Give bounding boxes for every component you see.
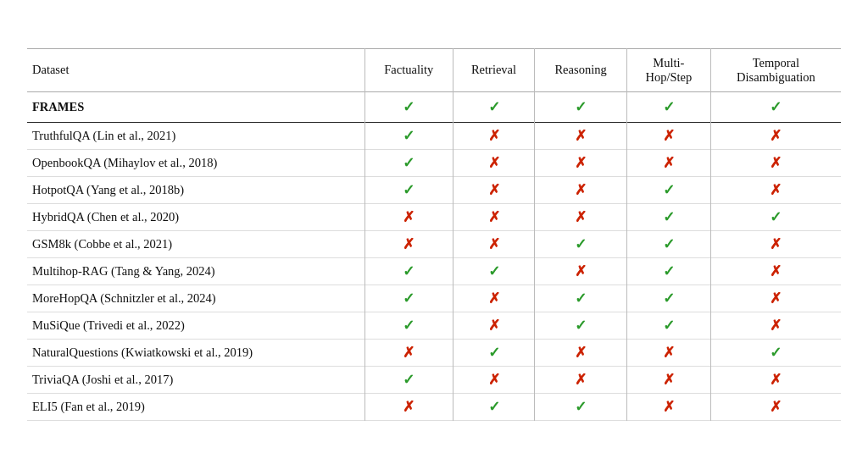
cross-icon: ✗	[488, 128, 500, 144]
check-icon: ✓	[488, 399, 500, 415]
frames-row: FRAMES✓✓✓✓✓	[27, 91, 841, 122]
main-container: Dataset Factuality Retrieval Reasoning M…	[27, 33, 841, 421]
cross-icon: ✗	[403, 236, 415, 252]
check-icon: ✓	[663, 290, 675, 307]
col-header-dataset: Dataset	[27, 48, 364, 91]
table-row: HotpotQA (Yang et al., 2018b)✓✗✗✓✗	[27, 176, 841, 203]
check-icon: ✓	[403, 318, 415, 334]
cross-icon: ✗	[575, 263, 587, 279]
check-icon: ✓	[663, 182, 675, 198]
dataset-cell: ELI5 (Fan et al., 2019)	[27, 393, 364, 420]
dataset-cell: MuSiQue (Trivedi et al., 2022)	[27, 312, 364, 339]
table-row: Multihop-RAG (Tang & Yang, 2024)✓✓✗✓✗	[27, 257, 841, 285]
cross-icon: ✗	[488, 236, 500, 252]
cross-icon: ✗	[488, 155, 500, 171]
cross-icon: ✗	[663, 345, 675, 361]
cross-icon: ✗	[770, 372, 782, 388]
table-row: TriviaQA (Joshi et al., 2017)✓✗✗✗✗	[27, 366, 841, 393]
col-header-reasoning: Reasoning	[535, 48, 626, 91]
check-icon: ✓	[770, 99, 782, 115]
check-icon: ✓	[403, 372, 415, 388]
cross-icon: ✗	[663, 372, 675, 388]
cross-icon: ✗	[488, 318, 500, 334]
frames-dataset-cell: FRAMES	[27, 91, 364, 122]
dataset-cell: GSM8k (Cobbe et al., 2021)	[27, 230, 364, 257]
table-row: OpenbookQA (Mihaylov et al., 2018)✓✗✗✗✗	[27, 149, 841, 176]
cross-icon: ✗	[403, 209, 415, 225]
table-row: MoreHopQA (Schnitzler et al., 2024)✓✗✓✓✗	[27, 285, 841, 312]
check-icon: ✓	[663, 99, 675, 115]
table-header-row: Dataset Factuality Retrieval Reasoning M…	[27, 48, 841, 91]
check-icon: ✓	[575, 290, 587, 307]
table-row: TruthfulQA (Lin et al., 2021)✓✗✗✗✗	[27, 122, 841, 149]
cross-icon: ✗	[770, 236, 782, 252]
cross-icon: ✗	[403, 399, 415, 415]
col-header-factuality: Factuality	[364, 48, 453, 91]
cross-icon: ✗	[575, 155, 587, 171]
dataset-cell: OpenbookQA (Mihaylov et al., 2018)	[27, 149, 364, 176]
col-header-retrieval: Retrieval	[453, 48, 535, 91]
check-icon: ✓	[770, 209, 782, 225]
table-row: ELI5 (Fan et al., 2019)✗✓✓✗✗	[27, 393, 841, 420]
dataset-cell: NaturalQuestions (Kwiatkowski et al., 20…	[27, 339, 364, 366]
cross-icon: ✗	[575, 372, 587, 388]
table-row: NaturalQuestions (Kwiatkowski et al., 20…	[27, 339, 841, 366]
check-icon: ✓	[403, 128, 415, 144]
dataset-cell: MoreHopQA (Schnitzler et al., 2024)	[27, 285, 364, 312]
check-icon: ✓	[575, 99, 587, 115]
cross-icon: ✗	[663, 399, 675, 415]
dataset-cell: TriviaQA (Joshi et al., 2017)	[27, 366, 364, 393]
check-icon: ✓	[575, 236, 587, 252]
check-icon: ✓	[575, 318, 587, 334]
check-icon: ✓	[488, 345, 500, 361]
cross-icon: ✗	[663, 128, 675, 144]
cross-icon: ✗	[488, 182, 500, 198]
dataset-cell: HybridQA (Chen et al., 2020)	[27, 203, 364, 230]
cross-icon: ✗	[403, 345, 415, 361]
check-icon: ✓	[403, 99, 415, 115]
cross-icon: ✗	[770, 182, 782, 198]
col-header-multihop: Multi-Hop/Step	[626, 48, 710, 91]
cross-icon: ✗	[488, 372, 500, 388]
cross-icon: ✗	[575, 345, 587, 361]
cross-icon: ✗	[770, 128, 782, 144]
col-header-temporal: TemporalDisambiguation	[710, 48, 841, 91]
check-icon: ✓	[663, 318, 675, 334]
cross-icon: ✗	[575, 209, 587, 225]
cross-icon: ✗	[770, 263, 782, 279]
check-icon: ✓	[488, 99, 500, 115]
cross-icon: ✗	[770, 155, 782, 171]
cross-icon: ✗	[770, 290, 782, 307]
check-icon: ✓	[663, 236, 675, 252]
dataset-cell: HotpotQA (Yang et al., 2018b)	[27, 176, 364, 203]
cross-icon: ✗	[575, 128, 587, 144]
dataset-cell: Multihop-RAG (Tang & Yang, 2024)	[27, 257, 364, 285]
cross-icon: ✗	[770, 318, 782, 334]
check-icon: ✓	[403, 155, 415, 171]
check-icon: ✓	[403, 182, 415, 198]
cross-icon: ✗	[488, 209, 500, 225]
check-icon: ✓	[663, 263, 675, 279]
table-row: MuSiQue (Trivedi et al., 2022)✓✗✓✓✗	[27, 312, 841, 339]
table-row: HybridQA (Chen et al., 2020)✗✗✗✓✓	[27, 203, 841, 230]
check-icon: ✓	[488, 263, 500, 279]
cross-icon: ✗	[488, 290, 500, 307]
check-icon: ✓	[575, 399, 587, 415]
cross-icon: ✗	[770, 399, 782, 415]
check-icon: ✓	[770, 345, 782, 361]
check-icon: ✓	[403, 263, 415, 279]
check-icon: ✓	[663, 209, 675, 225]
table-row: GSM8k (Cobbe et al., 2021)✗✗✓✓✗	[27, 230, 841, 257]
cross-icon: ✗	[575, 182, 587, 198]
comparison-table: Dataset Factuality Retrieval Reasoning M…	[27, 48, 841, 421]
dataset-cell: TruthfulQA (Lin et al., 2021)	[27, 122, 364, 149]
cross-icon: ✗	[663, 155, 675, 171]
check-icon: ✓	[403, 290, 415, 307]
